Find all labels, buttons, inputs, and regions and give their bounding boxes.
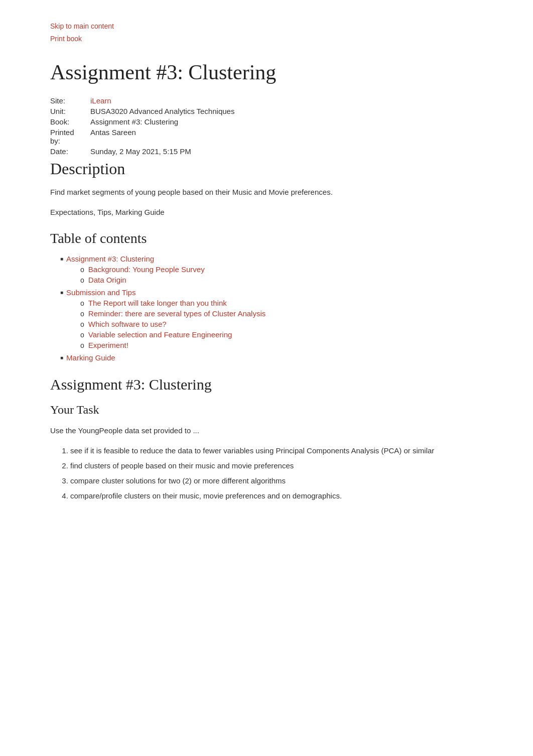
skip-links: Skip to main content Print book bbox=[50, 20, 503, 45]
toc-sub-bullet-2-2: o bbox=[80, 310, 84, 318]
task-item-4: compare/profile clusters on their music,… bbox=[70, 490, 503, 502]
meta-table: Site: iLearn Unit: BUSA3020 Advanced Ana… bbox=[50, 96, 503, 156]
description-heading: Description bbox=[50, 160, 503, 178]
your-task-heading: Your Task bbox=[50, 403, 503, 417]
toc-sub-bullet-1-2: o bbox=[80, 276, 84, 284]
toc-heading: Table of contents bbox=[50, 230, 503, 246]
task-intro-text: Use the YoungPeople data set provided to… bbox=[50, 425, 503, 437]
toc-sub-item-2-3: o Which software to use? bbox=[80, 320, 503, 328]
meta-unit-row: Unit: BUSA3020 Advanced Analytics Techni… bbox=[50, 107, 503, 115]
toc-sub-bullet-2-3: o bbox=[80, 320, 84, 328]
toc-sub-link-1-1[interactable]: Background: Young People Survey bbox=[88, 265, 205, 274]
site-label: Site: bbox=[50, 96, 90, 105]
toc-sub-item-2-2: o Reminder: there are several types of C… bbox=[80, 309, 503, 318]
printed-by-value: Antas Sareen bbox=[90, 128, 136, 145]
task-item-2: find clusters of people based on their m… bbox=[70, 460, 503, 472]
toc-arrow-3: ■ bbox=[60, 355, 63, 360]
toc-sub-item-1-2: o Data Origin bbox=[80, 276, 503, 284]
toc-item-2-label: ■ Submission and Tips bbox=[60, 288, 503, 297]
print-book-link[interactable]: Print book bbox=[50, 33, 503, 45]
toc-sub-item-1-1: o Background: Young People Survey bbox=[80, 265, 503, 274]
meta-printed-row: Printed by: Antas Sareen bbox=[50, 128, 503, 145]
task-list: see if it is feasible to reduce the data… bbox=[70, 445, 503, 502]
task-item-1: see if it is feasible to reduce the data… bbox=[70, 445, 503, 457]
toc-sub-list-2: o The Report will take longer than you t… bbox=[80, 299, 503, 349]
site-value[interactable]: iLearn bbox=[90, 96, 111, 105]
meta-site-row: Site: iLearn bbox=[50, 96, 503, 105]
toc-item-3: ■ Marking Guide bbox=[60, 353, 503, 362]
unit-value: BUSA3020 Advanced Analytics Techniques bbox=[90, 107, 234, 115]
toc-link-1[interactable]: Assignment #3: Clustering bbox=[66, 255, 154, 263]
description-text: Find market segments of young people bas… bbox=[50, 186, 503, 198]
date-value: Sunday, 2 May 2021, 5:15 PM bbox=[90, 147, 191, 156]
toc-sub-link-2-1[interactable]: The Report will take longer than you thi… bbox=[88, 299, 227, 307]
toc-sub-link-2-2[interactable]: Reminder: there are several types of Clu… bbox=[88, 309, 266, 318]
page-title: Assignment #3: Clustering bbox=[50, 60, 503, 84]
toc-arrow-1: ■ bbox=[60, 256, 63, 262]
description-sub-text: Expectations, Tips, Marking Guide bbox=[50, 206, 503, 218]
assignment-section-heading: Assignment #3: Clustering bbox=[50, 376, 503, 393]
toc-sub-bullet-1-1: o bbox=[80, 266, 84, 274]
toc-sub-link-2-3[interactable]: Which software to use? bbox=[88, 320, 167, 328]
toc-sub-bullet-2-1: o bbox=[80, 299, 84, 307]
toc-link-3[interactable]: Marking Guide bbox=[66, 353, 115, 362]
unit-label: Unit: bbox=[50, 107, 90, 115]
toc-sub-bullet-2-5: o bbox=[80, 341, 84, 349]
meta-book-row: Book: Assignment #3: Clustering bbox=[50, 117, 503, 126]
toc-item-1: ■ Assignment #3: Clustering o Background… bbox=[60, 255, 503, 284]
date-label: Date: bbox=[50, 147, 90, 156]
toc-sub-link-2-4[interactable]: Variable selection and Feature Engineeri… bbox=[88, 330, 232, 339]
toc-sub-item-2-1: o The Report will take longer than you t… bbox=[80, 299, 503, 307]
meta-date-row: Date: Sunday, 2 May 2021, 5:15 PM bbox=[50, 147, 503, 156]
toc-sub-item-2-4: o Variable selection and Feature Enginee… bbox=[80, 330, 503, 339]
book-label: Book: bbox=[50, 117, 90, 126]
toc-arrow-2: ■ bbox=[60, 290, 63, 295]
toc-item-2: ■ Submission and Tips o The Report will … bbox=[60, 288, 503, 349]
printed-label: Printed by: bbox=[50, 128, 90, 145]
toc-sub-bullet-2-4: o bbox=[80, 331, 84, 339]
toc-sub-link-2-5[interactable]: Experiment! bbox=[88, 341, 128, 349]
toc-sub-item-2-5: o Experiment! bbox=[80, 341, 503, 349]
toc-link-2[interactable]: Submission and Tips bbox=[66, 288, 136, 297]
book-value: Assignment #3: Clustering bbox=[90, 117, 178, 126]
toc-item-3-label: ■ Marking Guide bbox=[60, 353, 503, 362]
toc-sub-list-1: o Background: Young People Survey o Data… bbox=[80, 265, 503, 284]
task-item-3: compare cluster solutions for two (2) or… bbox=[70, 475, 503, 487]
toc-sub-link-1-2[interactable]: Data Origin bbox=[88, 276, 126, 284]
toc-list: ■ Assignment #3: Clustering o Background… bbox=[60, 255, 503, 362]
skip-to-main-link[interactable]: Skip to main content bbox=[50, 20, 503, 33]
toc-item-1-label: ■ Assignment #3: Clustering bbox=[60, 255, 503, 263]
